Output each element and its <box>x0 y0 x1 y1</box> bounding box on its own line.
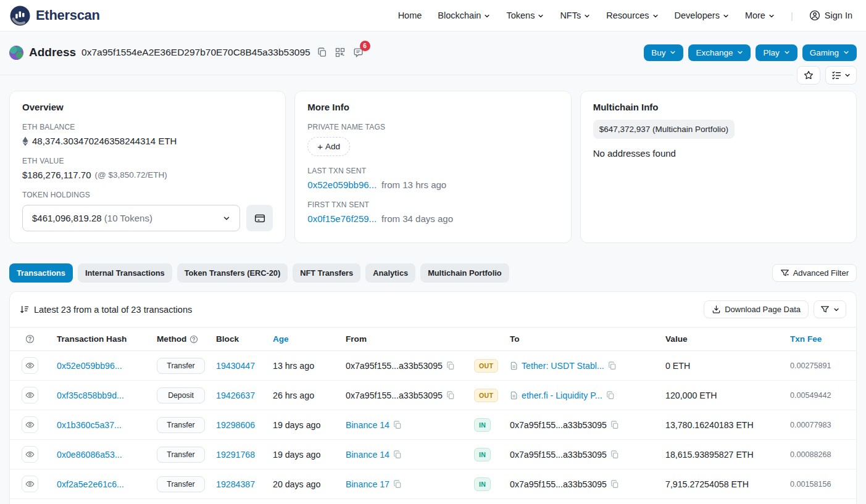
eth-balance-label: ETH BALANCE <box>22 123 273 131</box>
add-to-watchlist-button[interactable] <box>797 66 820 85</box>
from-address-link[interactable]: Binance 17 <box>346 479 389 489</box>
nav-item-developers[interactable]: Developers <box>675 10 729 20</box>
tx-hash-link[interactable]: 0x1b360c5a37... <box>57 420 122 430</box>
advanced-filter-button[interactable]: Advanced Filter <box>772 264 857 282</box>
section-tabs: TransactionsInternal TransactionsToken T… <box>9 263 509 283</box>
col-value: Value <box>658 334 783 344</box>
txn-fee-cell: 0.00088268 <box>783 450 856 459</box>
chevron-down-icon <box>223 215 230 222</box>
tx-hash-link[interactable]: 0xf2a5e2e61c6... <box>57 479 124 489</box>
block-link[interactable]: 19426637 <box>216 390 255 400</box>
col-age-toggle[interactable]: Age <box>265 334 338 344</box>
filter-dropdown-button[interactable] <box>814 300 846 318</box>
token-holdings-dropdown[interactable]: $461,096,819.28 (10 Tokens) <box>22 205 240 231</box>
col-block: Block <box>209 334 265 344</box>
multichain-portfolio-badge[interactable]: $647,372,937 (Multichain Portfolio) <box>593 120 735 139</box>
copy-icon[interactable] <box>606 391 615 400</box>
question-icon[interactable] <box>189 335 198 344</box>
chevron-down-icon <box>484 13 490 19</box>
nav-item-more[interactable]: More <box>745 10 775 20</box>
question-icon[interactable] <box>25 334 35 344</box>
copy-icon[interactable] <box>393 421 402 429</box>
copy-address-icon[interactable] <box>316 46 328 59</box>
token-holdings-value: $461,096,819.28 <box>32 213 102 223</box>
copy-icon[interactable] <box>446 361 455 370</box>
eye-preview-button[interactable] <box>22 416 38 433</box>
eye-icon <box>25 390 35 400</box>
transactions-summary: Latest 23 from a total of 23 transaction… <box>34 305 192 315</box>
buy-button[interactable]: Buy <box>644 44 683 61</box>
age-cell: 20 days ago <box>265 479 338 489</box>
wallet-icon <box>254 213 265 224</box>
tx-hash-link[interactable]: 0xf35c858bb9d... <box>57 390 124 400</box>
play-button[interactable]: Play <box>756 44 797 61</box>
eye-preview-button[interactable] <box>22 476 38 492</box>
watchlist-options-button[interactable] <box>825 66 857 85</box>
wallet-button[interactable] <box>246 205 273 231</box>
from-address-link[interactable]: Binance 14 <box>346 420 389 430</box>
tab-transactions[interactable]: Transactions <box>9 263 73 283</box>
eye-icon <box>25 420 35 429</box>
chevron-down-icon <box>723 13 729 19</box>
to-address-link[interactable]: ether.fi - Liquidity P... <box>522 390 602 400</box>
copy-icon[interactable] <box>608 361 617 370</box>
table-row: 0x0e86086a53...Transfer1929176819 days a… <box>10 440 856 469</box>
contract-icon <box>510 361 518 370</box>
eye-preview-button[interactable] <box>22 357 38 374</box>
eth-value-label: ETH VALUE <box>22 157 273 165</box>
txn-fee-cell: 0.00158156 <box>783 480 856 489</box>
tab-nft-transfers[interactable]: NFT Transfers <box>293 263 360 283</box>
to-address-link[interactable]: Tether: USDT Stabl... <box>522 361 604 371</box>
block-link[interactable]: 19284387 <box>216 479 255 489</box>
copy-icon[interactable] <box>610 421 619 429</box>
exchange-button[interactable]: Exchange <box>688 44 751 61</box>
contract-icon <box>510 391 518 400</box>
age-cell: 13 hrs ago <box>265 361 338 371</box>
value-cell: 13,780.16240183 ETH <box>658 420 783 430</box>
copy-icon[interactable] <box>393 450 402 459</box>
block-link[interactable]: 19430447 <box>216 361 255 371</box>
gaming-button[interactable]: Gaming <box>802 44 857 61</box>
token-holdings-count: (10 Tokens) <box>104 213 152 223</box>
copy-icon[interactable] <box>446 391 455 400</box>
table-row: 0xf2a5e2e61c6...Transfer1928438720 days … <box>10 469 856 499</box>
nav-item-nfts[interactable]: NFTs <box>560 10 590 20</box>
add-name-tag-button[interactable]: + Add <box>307 137 350 156</box>
eye-preview-button[interactable] <box>22 387 38 403</box>
nav-item-tokens[interactable]: Tokens <box>506 10 544 20</box>
sign-in-button[interactable]: Sign In <box>809 10 852 21</box>
download-page-data-button[interactable]: Download Page Data <box>704 300 809 318</box>
tx-hash-link[interactable]: 0x52e059bb96... <box>57 361 122 371</box>
block-link[interactable]: 19298606 <box>216 420 255 430</box>
tab-token-transfers-erc-20[interactable]: Token Transfers (ERC-20) <box>177 263 288 283</box>
tab-multichain-portfolio[interactable]: Multichain Portfolio <box>420 263 509 283</box>
nav-item-blockchain[interactable]: Blockchain <box>438 10 490 20</box>
copy-icon[interactable] <box>610 480 619 489</box>
tab-internal-transactions[interactable]: Internal Transactions <box>78 263 172 283</box>
block-link[interactable]: 19291768 <box>216 450 255 460</box>
eth-icon <box>22 136 28 146</box>
eye-preview-button[interactable] <box>22 446 38 463</box>
nav-item-home[interactable]: Home <box>398 10 422 20</box>
col-txn-fee-toggle[interactable]: Txn Fee <box>783 334 856 344</box>
last-txn-hash-link[interactable]: 0x52e059bb96... <box>307 180 377 190</box>
from-address: 0x7a95f155...a33b53095 <box>346 361 443 371</box>
comments-icon[interactable]: 6 <box>352 46 365 59</box>
etherscan-logo[interactable]: Etherscan <box>10 6 100 26</box>
copy-icon[interactable] <box>393 480 402 489</box>
value-cell: 120,000 ETH <box>658 390 783 400</box>
nav-item-resources[interactable]: Resources <box>606 10 658 20</box>
chevron-down-icon <box>670 49 676 56</box>
tx-hash-link[interactable]: 0x0e86086a53... <box>57 450 122 460</box>
eth-value-rate: (@ $3,850.72/ETH) <box>95 170 167 180</box>
first-txn-hash-link[interactable]: 0x0f15e76f259... <box>307 213 377 224</box>
qr-code-icon[interactable] <box>334 46 346 59</box>
copy-icon[interactable] <box>610 450 619 459</box>
tab-analytics[interactable]: Analytics <box>365 263 415 283</box>
value-cell: 7,915.27254058 ETH <box>658 479 783 489</box>
person-icon <box>809 10 820 21</box>
address-identicon-avatar <box>9 46 23 60</box>
overview-title: Overview <box>22 102 273 112</box>
multichain-title: Multichain Info <box>593 102 844 112</box>
from-address-link[interactable]: Binance 14 <box>346 450 389 460</box>
